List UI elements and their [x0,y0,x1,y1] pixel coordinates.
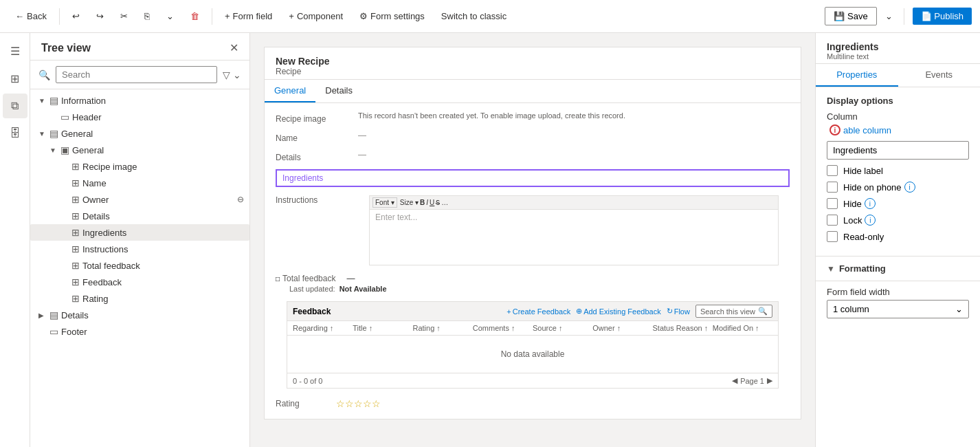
readonly-row: Read-only [827,231,969,242]
sidebar-item-header[interactable]: ▭ Header [30,109,249,125]
settings-icon: ⚙ [359,11,368,21]
field-label-rating: Rating [276,399,331,408]
sidebar-item-instructions[interactable]: ⊞ Instructions [30,241,249,257]
column-link[interactable]: able column [843,125,891,135]
undo-button[interactable]: ↩ [65,7,87,25]
switch-to-classic-button[interactable]: Switch to classic [434,7,513,25]
feedback-table-header: Regarding ↑ Title ↑ Rating ↑ Comments ↑ … [287,321,778,336]
form-settings-button[interactable]: ⚙ Form settings [353,7,432,25]
sidebar-item-details-section[interactable]: ▶ ▤ Details [30,307,249,323]
pagination-count: 0 - 0 of 0 [293,377,322,385]
field-value-name: — [358,131,790,140]
more-button[interactable]: ⌄ [159,7,181,25]
hamburger-button[interactable]: ☰ [3,39,27,63]
publish-button[interactable]: 📄 Publish [913,8,972,25]
search-input[interactable] [56,66,217,83]
cut-icon: ✂ [120,11,128,21]
sidebar-item-owner[interactable]: ⊞ Owner ⊖ [30,191,249,208]
filter-button[interactable]: ▽ ⌄ [223,69,241,80]
hide-label-checkbox[interactable] [827,165,838,176]
layers-button[interactable]: ⧉ [3,94,27,118]
database-icon: 🗄 [10,127,21,140]
underline-button[interactable]: U [430,199,434,206]
next-page-button[interactable]: ▶ [767,376,772,385]
copy-icon: ⎘ [144,11,150,21]
prev-page-button[interactable]: ◀ [732,376,737,385]
sidebar-item-feedback[interactable]: ⊞ Feedback [30,274,249,290]
search-feedback-label: Search this view [700,307,755,316]
hide-on-phone-checkbox[interactable] [827,182,838,193]
tab-events[interactable]: Events [898,64,981,87]
sidebar-item-information[interactable]: ▼ ▤ Information [30,92,249,109]
col-regarding: Regarding ↑ [293,324,353,332]
tab-details[interactable]: Details [315,80,362,102]
sidebar-item-rating[interactable]: ⊞ Rating [30,290,249,307]
save-button[interactable]: 💾 Save [825,7,876,25]
sidebar-item-footer[interactable]: ▭ Footer [30,323,249,340]
flow-button[interactable]: ↻ Flow [667,305,690,318]
column-info-icon-red[interactable]: i [829,124,840,135]
redo-button[interactable]: ↪ [89,7,111,25]
save-dropdown-icon: ⌄ [885,11,893,21]
sidebar-item-total-feedback[interactable]: ⊞ Total feedback [30,257,249,274]
delete-button[interactable]: 🗑 [183,7,206,25]
form-row-total-feedback: □ Total feedback — Last updated: Not Ava… [265,271,801,296]
sidebar-item-ingredients[interactable]: ⊞ Ingredients [30,224,249,241]
hide-info-icon[interactable]: i [865,198,876,209]
form-field-width-select[interactable]: 1 column ⌄ [827,300,969,318]
tree-item-label: General [72,145,244,155]
column-value-row: i able column [827,124,969,135]
database-button[interactable]: 🗄 [3,121,27,146]
tree-search-bar: 🔍 ▽ ⌄ [30,61,249,89]
sidebar-item-name[interactable]: ⊞ Name [30,175,249,191]
hide-row: Hide i [827,198,969,209]
lock-info-icon[interactable]: i [865,215,876,226]
lock-checkbox[interactable] [827,215,838,226]
feedback-actions: + Create Feedback ⊕ Add Existing Feedbac… [506,305,772,318]
flow-label: Flow [674,307,690,316]
instructions-editor: Font ▾ Size ▾ B I U S̶ … Enter text... [369,195,779,265]
back-arrow-icon: ← [15,11,24,21]
sidebar-item-details-field[interactable]: ⊞ Details [30,208,249,224]
field-icon: ⊞ [71,243,80,254]
add-component-button[interactable]: + Component [282,7,350,25]
add-existing-feedback-button[interactable]: ⊕ Add Existing Feedback [576,305,661,318]
add-form-field-button[interactable]: + Form field [218,7,279,25]
back-button[interactable]: ← Back [8,7,54,25]
italic-button[interactable]: I [426,199,428,206]
save-dropdown-button[interactable]: ⌄ [882,7,895,25]
tab-properties[interactable]: Properties [816,64,898,87]
tab-general[interactable]: General [265,80,315,102]
cut-button[interactable]: ✂ [113,7,135,25]
hide-checkbox[interactable] [827,198,838,209]
hide-on-phone-info-icon[interactable]: i [904,182,915,193]
props-title: Ingredients [827,41,969,52]
column-link-text: able column [843,125,891,135]
create-feedback-label: Create Feedback [513,307,570,316]
copy-button[interactable]: ⎘ [137,7,157,25]
col-modified-on: Modified On ↑ [713,324,772,332]
more-formatting: … [441,199,448,206]
sidebar-item-general-sub[interactable]: ▼ ▣ General [30,142,249,158]
sidebar-item-recipe-image[interactable]: ⊞ Recipe image [30,158,249,175]
readonly-checkbox[interactable] [827,231,838,242]
bold-button[interactable]: B [420,199,425,206]
strikethrough-button[interactable]: S̶ [436,199,440,206]
layers-icon: ⧉ [11,100,19,112]
apps-button[interactable]: ⊞ [3,66,27,91]
hide-label-label: Hide label [843,166,969,176]
tree-close-button[interactable]: ✕ [230,41,238,54]
tree-title: Tree view [41,42,91,54]
create-feedback-button[interactable]: + Create Feedback [506,305,570,318]
form-row-details: Details — [265,147,801,166]
sidebar-item-general-group[interactable]: ▼ ▤ General [30,125,249,142]
readonly-label: Read-only [843,232,969,242]
feedback-search-box: Search this view 🔍 [695,305,772,318]
formatting-section-header[interactable]: ▼ Formatting [816,257,980,281]
delete-icon: 🗑 [190,11,199,21]
instructions-body[interactable]: Enter text... [370,210,778,265]
search-column-input[interactable] [827,141,969,160]
separator-1 [59,8,60,25]
form-row-ingredients[interactable]: Ingredients [276,169,790,187]
form-title: New Recipe [276,56,790,67]
